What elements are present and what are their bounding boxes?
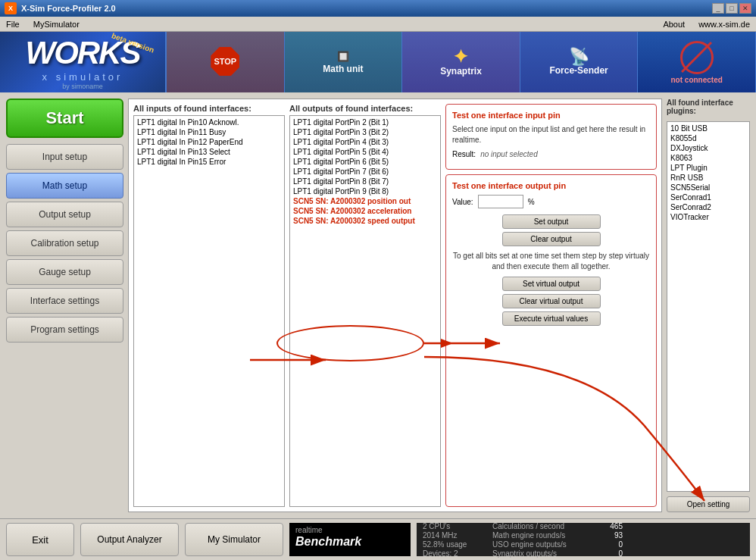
clear-virtual-output-button[interactable]: Clear virtual output bbox=[502, 294, 601, 308]
plugin-item[interactable]: K8055d bbox=[669, 133, 748, 143]
virtual-description: To get all bits set at one time set them… bbox=[452, 251, 650, 272]
wifi-icon: 📡 bbox=[569, 48, 589, 65]
result-label: Result: bbox=[452, 150, 476, 158]
list-item-highlighted[interactable]: SCN5 SN: A2000302 acceleration bbox=[292, 206, 439, 216]
list-item[interactable]: LPT1 digital PortPin 6 (Bit 5) bbox=[292, 157, 439, 167]
synaptrix-icon: ✦ bbox=[453, 48, 468, 66]
list-item[interactable]: LPT1 digital PortPin 7 (Bit 6) bbox=[292, 167, 439, 177]
test-input-description: Select one input on the input list and g… bbox=[452, 124, 650, 145]
benchmark-stats: 2 CPU's Calculations / second 465 2014 M… bbox=[417, 523, 750, 556]
stat-usage-label: 52.8% usage bbox=[423, 540, 483, 549]
benchmark-panel: realtime Benchmark bbox=[289, 523, 411, 556]
sidebar-item-program-settings[interactable]: Program settings bbox=[6, 317, 123, 343]
menu-file[interactable]: File bbox=[3, 18, 23, 30]
test-input-title: Test one interface input pin bbox=[452, 111, 650, 120]
list-item[interactable]: LPT1 digital In Pin10 Acknowl. bbox=[136, 117, 283, 127]
test-panel: Test one interface input pin Select one … bbox=[445, 104, 657, 507]
list-item[interactable]: LPT1 digital PortPin 3 (Bit 2) bbox=[292, 127, 439, 137]
list-item[interactable]: LPT1 digital PortPin 4 (Bit 3) bbox=[292, 137, 439, 147]
tab-disconnected: not connected bbox=[638, 32, 756, 92]
close-button[interactable]: ✕ bbox=[739, 3, 751, 14]
plugins-list[interactable]: 10 Bit USB K8055d DXJoystick K8063 LPT P… bbox=[667, 121, 750, 492]
stat-devices-label: Devices: 2 bbox=[423, 549, 483, 558]
menu-bar: File MySimulator About www.x-sim.de bbox=[0, 17, 756, 32]
list-item[interactable]: LPT1 digital In Pin13 Select bbox=[136, 147, 283, 157]
outputs-column: All outputs of found interfaces: LPT1 di… bbox=[289, 104, 441, 507]
main-content: Start Input setup Math setup Output setu… bbox=[0, 92, 756, 518]
open-setting-button[interactable]: Open setting bbox=[667, 496, 750, 512]
plugin-item[interactable]: 10 Bit USB bbox=[669, 124, 748, 133]
sidebar-item-output-setup[interactable]: Output setup bbox=[6, 202, 123, 227]
outputs-label: All outputs of found interfaces: bbox=[289, 104, 441, 113]
tab-synaptrix[interactable]: ✦ Synaptrix bbox=[402, 32, 520, 92]
clear-output-button[interactable]: Clear output bbox=[502, 232, 601, 246]
benchmark-name: Benchmark bbox=[295, 535, 361, 549]
tab-force-sender[interactable]: 📡 Force-Sender bbox=[520, 32, 639, 92]
execute-virtual-values-button[interactable]: Execute virtual values bbox=[502, 311, 601, 326]
list-item[interactable]: LPT1 digital In Pin11 Busy bbox=[136, 127, 283, 137]
title-bar: X X-Sim Force-Profiler 2.0 _ □ ✕ bbox=[0, 0, 756, 17]
value-label: Value: bbox=[452, 198, 473, 206]
math-icon: 🔲 bbox=[337, 51, 349, 62]
list-item[interactable]: LPT1 digital PortPin 9 (Bit 8) bbox=[292, 186, 439, 196]
maximize-button[interactable]: □ bbox=[726, 3, 738, 14]
tab-math-label: Math unit bbox=[323, 64, 363, 74]
menu-website[interactable]: www.x-sim.de bbox=[695, 18, 753, 30]
exit-button[interactable]: Exit bbox=[6, 523, 74, 556]
inputs-label: All inputs of found interfaces: bbox=[133, 104, 285, 113]
list-item[interactable]: LPT1 digital In Pin15 Error bbox=[136, 157, 283, 167]
logo-sub: x simulator bbox=[42, 71, 123, 83]
menu-mysimulator[interactable]: MySimulator bbox=[30, 18, 83, 30]
sidebar: Start Input setup Math setup Output setu… bbox=[6, 99, 123, 512]
output-analyzer-button[interactable]: Output Analyzer bbox=[80, 523, 179, 556]
sidebar-item-gauge-setup[interactable]: Gauge setup bbox=[6, 259, 123, 285]
app-icon: X bbox=[5, 2, 17, 14]
test-input-section: Test one interface input pin Select one … bbox=[445, 104, 657, 170]
list-item[interactable]: LPT1 digital PortPin 2 (Bit 1) bbox=[292, 117, 439, 127]
plugin-item[interactable]: SerConrad2 bbox=[669, 202, 748, 212]
plugin-item[interactable]: VIOTracker bbox=[669, 212, 748, 222]
plugin-item[interactable]: DXJoystick bbox=[669, 143, 748, 153]
sidebar-item-math-setup[interactable]: Math setup bbox=[6, 173, 123, 199]
stat-synaptrix-value: 0 bbox=[600, 549, 623, 558]
list-item[interactable]: LPT1 digital PortPin 5 (Bit 4) bbox=[292, 147, 439, 157]
inputs-column: All inputs of found interfaces: LPT1 dig… bbox=[133, 104, 285, 507]
start-button[interactable]: Start bbox=[6, 99, 123, 138]
outputs-list[interactable]: LPT1 digital PortPin 2 (Bit 1) LPT1 digi… bbox=[289, 115, 441, 507]
plugin-item[interactable]: SCN5Serial bbox=[669, 183, 748, 192]
plugins-label: All found interface plugins: bbox=[667, 99, 750, 115]
stat-uso-value: 0 bbox=[600, 540, 623, 549]
logo-maker: by simoname bbox=[62, 83, 103, 90]
banner-logo: WORKS beta version x simulator by simona… bbox=[0, 32, 167, 92]
set-output-button[interactable]: Set output bbox=[502, 214, 601, 229]
tab-math[interactable]: 🔲 Math unit bbox=[285, 32, 403, 92]
benchmark-title: realtime bbox=[295, 526, 323, 535]
list-item[interactable]: LPT1 digital In Pin12 PaperEnd bbox=[136, 137, 283, 147]
value-input[interactable] bbox=[478, 195, 523, 208]
stop-sign-icon: STOP bbox=[211, 47, 239, 76]
inputs-list[interactable]: LPT1 digital In Pin10 Acknowl. LPT1 digi… bbox=[133, 115, 285, 507]
stat-synaptrix-label: Synaptrix outputs/s bbox=[492, 549, 591, 558]
tab-stop[interactable]: STOP bbox=[167, 32, 285, 92]
sidebar-item-calibration-setup[interactable]: Calibration setup bbox=[6, 230, 123, 256]
my-simulator-button[interactable]: My Simulator bbox=[185, 523, 283, 556]
list-item-highlighted[interactable]: SCN5 SN: A2000302 speed output bbox=[292, 216, 439, 226]
bottom-bar: Exit Output Analyzer My Simulator realti… bbox=[0, 518, 756, 560]
list-item-highlighted[interactable]: SCN5 SN: A2000302 position out bbox=[292, 196, 439, 206]
sidebar-item-input-setup[interactable]: Input setup bbox=[6, 144, 123, 170]
stat-cpus-label: 2 CPU's bbox=[423, 522, 483, 530]
set-virtual-output-button[interactable]: Set virtual output bbox=[502, 277, 601, 291]
plugin-item[interactable]: LPT Plugin bbox=[669, 163, 748, 173]
banner-tabs: STOP 🔲 Math unit ✦ Synaptrix 📡 Force-Sen… bbox=[167, 32, 756, 92]
percent-label: % bbox=[528, 198, 535, 206]
stat-calc-label: Calculations / second bbox=[492, 522, 591, 530]
list-item[interactable]: LPT1 digital PortPin 8 (Bit 7) bbox=[292, 177, 439, 186]
plugin-item[interactable]: RnR USB bbox=[669, 173, 748, 183]
stat-mhz-label: 2014 MHz bbox=[423, 531, 483, 540]
minimize-button[interactable]: _ bbox=[712, 3, 724, 14]
plugin-item[interactable]: SerConrad1 bbox=[669, 192, 748, 202]
sidebar-item-interface-settings[interactable]: Interface settings bbox=[6, 288, 123, 314]
plugin-item[interactable]: K8063 bbox=[669, 153, 748, 163]
right-panel: All found interface plugins: 10 Bit USB … bbox=[667, 99, 750, 512]
menu-about[interactable]: About bbox=[660, 18, 688, 30]
